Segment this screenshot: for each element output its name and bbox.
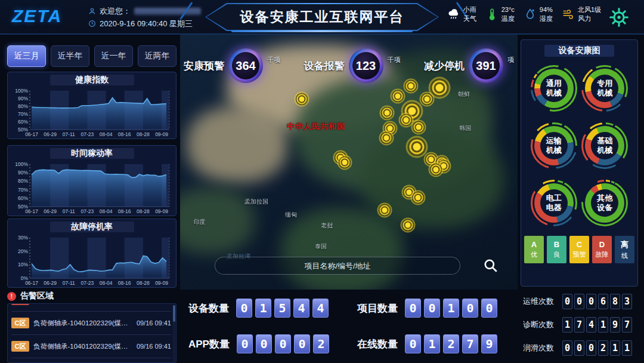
map-marker[interactable]	[382, 208, 387, 213]
map-marker[interactable]	[405, 222, 411, 227]
map-marker[interactable]	[413, 143, 420, 150]
counter-digit-box: 7	[622, 317, 632, 333]
map-marker[interactable]	[384, 110, 389, 116]
map-marker[interactable]	[441, 163, 447, 168]
map-marker[interactable]	[383, 135, 389, 140]
health-ring-1[interactable]: 专用机械	[581, 65, 628, 112]
map-marker[interactable]	[416, 125, 422, 130]
svg-text:07-11: 07-11	[63, 131, 75, 137]
wind-icon	[562, 8, 575, 21]
filter-button-0[interactable]: 近三月	[7, 45, 46, 67]
svg-text:80%: 80%	[18, 178, 28, 184]
kpi-label: 设备报警	[304, 59, 345, 73]
legend-C: C预警	[569, 236, 589, 263]
digit-box: 9	[481, 334, 497, 353]
legend-label: 良	[553, 250, 560, 259]
alert-icon: !	[7, 292, 16, 301]
map-label-2: 印度	[194, 218, 206, 226]
alert-row[interactable]: C区负荷侧轴承-10401202329(煤气引风机电...09/16 09:41	[11, 312, 171, 335]
bottom-stat-label: 项目数量	[357, 302, 398, 315]
map-marker[interactable]	[408, 107, 416, 115]
map-label-5: 老挝	[321, 222, 333, 230]
counter-digit-box: 4	[586, 317, 596, 333]
map-marker[interactable]	[434, 167, 439, 172]
map-label-4: 缅甸	[285, 211, 297, 219]
map-marker[interactable]	[342, 159, 348, 165]
bottom-stat-digits: 00100	[405, 299, 497, 318]
counter-digit-box: 2	[598, 340, 608, 356]
svg-text:08-04: 08-04	[100, 131, 113, 137]
health-ring-3[interactable]: 基础机械	[581, 122, 628, 169]
bottom-stat-label: 设备数量	[188, 302, 229, 315]
chart-title-text: 时间稼动率	[71, 148, 113, 159]
weather-item-1: 23°c温度	[485, 5, 515, 23]
filter-button-1[interactable]: 近半年	[51, 45, 89, 67]
alert-text: 负荷侧轴承-10401202329(煤气引风机电...	[33, 342, 132, 351]
map-marker[interactable]	[406, 189, 411, 195]
ring-label-line1: 基础	[597, 136, 612, 146]
search-input[interactable]	[215, 262, 460, 270]
bottom-stat-label: APP数量	[188, 337, 230, 351]
counter-digit-box: 1	[598, 317, 608, 333]
kpi-ring: 123	[349, 48, 383, 83]
ring-label: 电工电器	[540, 189, 568, 217]
map-marker[interactable]	[429, 156, 434, 162]
map-marker[interactable]	[424, 97, 429, 102]
search-icon[interactable]	[483, 258, 499, 273]
svg-text:70%: 70%	[18, 187, 28, 193]
health-ring-0[interactable]: 通用机械	[531, 65, 577, 112]
map-label-1: 韩国	[459, 124, 471, 133]
map-land-4	[281, 208, 403, 290]
map-marker[interactable]	[395, 93, 401, 99]
counter-digit-box: 0	[586, 294, 596, 309]
counter-digit-box: 0	[586, 340, 596, 356]
svg-text:06-29: 06-29	[44, 131, 57, 137]
map-land-3	[363, 131, 504, 228]
digit-box: 0	[481, 299, 497, 318]
alert-zone-badge: C区	[11, 341, 29, 352]
alerts-list: D区负荷侧轴承-10401202329(煤 引风电机...09/16 09:41…	[7, 303, 177, 363]
ring-label-line1: 其他	[597, 193, 612, 203]
map-marker[interactable]	[388, 126, 393, 131]
map-marker[interactable]	[416, 195, 421, 200]
ring-label: 专用机械	[591, 75, 618, 102]
counter-digit-box: 0	[562, 340, 572, 356]
ring-label-line1: 电工	[546, 193, 562, 203]
map-marker[interactable]	[338, 155, 343, 160]
svg-text:50%: 50%	[18, 204, 28, 210]
svg-text:90%: 90%	[18, 170, 28, 176]
map-country-label: 中华人民共和国	[287, 121, 345, 132]
svg-text:50%: 50%	[18, 127, 28, 133]
svg-text:08-04: 08-04	[100, 280, 113, 286]
digit-box: 0	[405, 299, 421, 318]
filter-button-2[interactable]: 近一年	[94, 45, 133, 67]
alert-time: 09/16 09:41	[137, 319, 171, 327]
map-marker[interactable]	[404, 118, 409, 123]
filter-button-3[interactable]: 近两年	[138, 45, 177, 67]
bottom-stat-3: 在线数量01279	[349, 334, 518, 353]
alert-text: 负荷侧轴承-10401202329(煤气引风机电...	[33, 319, 132, 328]
humidity-icon	[524, 8, 537, 21]
alert-row[interactable]: D区负荷侧轴承-10401202329(煤 引风电机...09/16 09:41	[11, 303, 171, 312]
bottom-stat-1: 项目数量00100	[349, 299, 518, 318]
weather-value: 23°c	[501, 5, 515, 14]
alerts-scrollbar-thumb[interactable]	[173, 305, 175, 322]
settings-gear-icon[interactable]	[608, 7, 630, 28]
health-ring-2[interactable]: 运输机械	[531, 122, 577, 169]
health-ring-5[interactable]: 其他设备	[581, 180, 628, 226]
health-ring-4[interactable]: 电工电器	[531, 180, 577, 226]
svg-text:07-11: 07-11	[63, 208, 75, 214]
ring-label-line1: 专用	[597, 79, 612, 88]
svg-text:90%: 90%	[18, 96, 28, 101]
map-marker[interactable]	[299, 97, 304, 102]
counter-digit-box: 0	[562, 294, 572, 309]
chart-title: 故障停机率	[8, 221, 176, 233]
chart-title-text: 故障停机率	[71, 222, 113, 232]
alert-row[interactable]: C区齿轮箱输入端-10401202412(2#（2V）...09/16 09:4…	[11, 358, 171, 363]
legend-B: B良	[547, 236, 566, 263]
weather-value: 北风1级	[578, 5, 601, 14]
legend-离: 离线	[615, 236, 634, 263]
digit-box: 0	[424, 299, 440, 318]
alert-row[interactable]: C区负荷侧轴承-10401202329(煤气引风机电...09/16 09:41	[11, 335, 171, 358]
rain-icon	[447, 8, 460, 21]
